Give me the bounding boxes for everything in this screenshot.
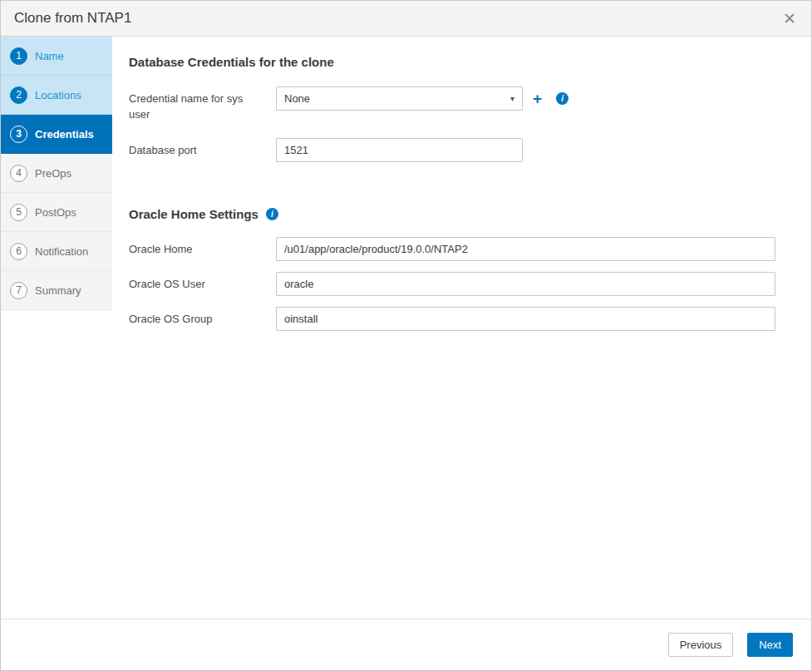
oracle-os-user-row: Oracle OS User bbox=[129, 272, 791, 296]
db-credentials-heading-text: Database Credentials for the clone bbox=[129, 55, 334, 69]
next-button[interactable]: Next bbox=[747, 633, 793, 657]
oracle-os-user-input[interactable] bbox=[276, 272, 775, 296]
close-icon[interactable]: ✕ bbox=[783, 11, 796, 27]
step-number-badge: 2 bbox=[10, 86, 27, 104]
sidebar-item-name[interactable]: 1 Name bbox=[1, 37, 112, 76]
step-label: PreOps bbox=[35, 167, 71, 180]
sidebar-item-preops[interactable]: 4 PreOps bbox=[1, 154, 112, 193]
credential-name-select[interactable]: None ▾ bbox=[276, 86, 523, 111]
step-number-badge: 4 bbox=[10, 165, 27, 182]
credentials-step-content: Database Credentials for the clone Crede… bbox=[112, 37, 811, 619]
step-number-badge: 3 bbox=[10, 126, 27, 143]
credential-name-row: Credential name for sys user None ▾ + i bbox=[129, 86, 791, 123]
sidebar-item-summary[interactable]: 7 Summary bbox=[1, 271, 112, 310]
step-label: Name bbox=[35, 50, 64, 62]
step-label: PostOps bbox=[35, 206, 76, 219]
wizard-steps-sidebar: 1 Name 2 Locations 3 Credentials 4 PreOp… bbox=[1, 37, 112, 619]
step-label: Locations bbox=[35, 89, 81, 101]
credential-name-label: Credential name for sys user bbox=[129, 86, 276, 123]
sidebar-item-notification[interactable]: 6 Notification bbox=[1, 232, 112, 271]
step-label: Notification bbox=[35, 245, 88, 258]
credential-info-icon[interactable]: i bbox=[556, 92, 568, 105]
previous-button[interactable]: Previous bbox=[668, 633, 734, 657]
step-label: Summary bbox=[35, 284, 81, 297]
dialog-body: 1 Name 2 Locations 3 Credentials 4 PreOp… bbox=[1, 37, 811, 619]
db-credentials-heading: Database Credentials for the clone bbox=[129, 55, 791, 69]
oracle-os-group-input[interactable] bbox=[276, 307, 775, 331]
oracle-os-user-label: Oracle OS User bbox=[129, 272, 276, 293]
oracle-home-input[interactable] bbox=[276, 237, 775, 261]
step-number-badge: 5 bbox=[10, 204, 27, 221]
step-number-badge: 7 bbox=[10, 282, 27, 299]
database-port-input[interactable] bbox=[276, 138, 523, 162]
add-credential-button[interactable]: + bbox=[533, 86, 542, 111]
step-label: Credentials bbox=[35, 128, 94, 141]
sidebar-item-locations[interactable]: 2 Locations bbox=[1, 76, 112, 115]
oracle-home-heading: Oracle Home Settings i bbox=[129, 207, 791, 221]
oracle-home-info-icon[interactable]: i bbox=[266, 208, 278, 220]
oracle-os-group-label: Oracle OS Group bbox=[129, 307, 276, 328]
credential-name-value: None bbox=[284, 92, 310, 105]
sidebar-item-credentials[interactable]: 3 Credentials bbox=[1, 115, 112, 154]
dialog-footer: Previous Next bbox=[1, 619, 811, 670]
sidebar-item-postops[interactable]: 5 PostOps bbox=[1, 193, 112, 232]
step-number-badge: 1 bbox=[10, 47, 27, 65]
dialog-title: Clone from NTAP1 bbox=[14, 10, 131, 27]
oracle-home-heading-text: Oracle Home Settings bbox=[129, 207, 258, 221]
step-number-badge: 6 bbox=[10, 243, 27, 260]
clone-wizard-dialog: Clone from NTAP1 ✕ 1 Name 2 Locations 3 … bbox=[0, 0, 812, 671]
oracle-home-label: Oracle Home bbox=[129, 237, 276, 258]
oracle-os-group-row: Oracle OS Group bbox=[129, 307, 791, 331]
chevron-down-icon: ▾ bbox=[510, 94, 514, 103]
database-port-label: Database port bbox=[129, 138, 276, 159]
titlebar: Clone from NTAP1 ✕ bbox=[1, 1, 811, 37]
database-port-row: Database port bbox=[129, 138, 791, 162]
oracle-home-row: Oracle Home bbox=[129, 237, 791, 261]
